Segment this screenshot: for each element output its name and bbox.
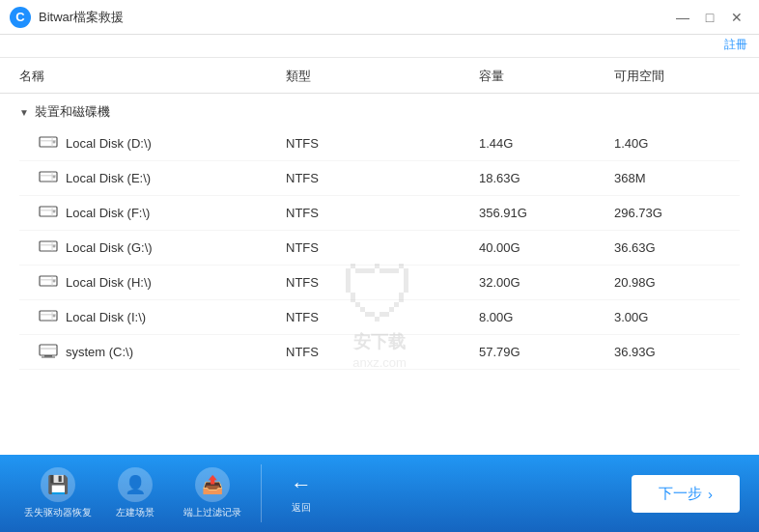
bottom-nav-item-1[interactable]: 👤 左建场景 <box>97 467 174 519</box>
disk-list: Local Disk (D:\) NTFS 1.44G 1.40G Local … <box>19 126 740 370</box>
disk-type: NTFS <box>286 206 479 220</box>
minimize-button[interactable]: — <box>670 5 695 30</box>
next-label: 下一步 <box>659 485 702 503</box>
next-arrow-icon: › <box>708 486 713 502</box>
table-row[interactable]: Local Disk (E:\) NTFS 18.63G 368M <box>19 161 740 196</box>
svg-point-7 <box>53 176 56 179</box>
disk-name-text: system (C:\) <box>66 345 133 359</box>
app-logo: C <box>10 7 31 28</box>
disk-drive-icon <box>39 204 58 222</box>
bottom-nav-icon-1: 👤 <box>118 467 153 502</box>
disk-type: NTFS <box>286 171 479 185</box>
table-row[interactable]: Local Disk (H:\) NTFS 32.00G 20.98G <box>19 266 740 300</box>
svg-rect-24 <box>40 345 57 355</box>
disk-name-text: Local Disk (D:\) <box>66 136 152 151</box>
table-body: ▼ 裝置和磁碟機 Local Disk (D:\) NTFS 1.44G 1.4… <box>0 94 759 455</box>
window-controls: — □ ✕ <box>670 5 749 30</box>
app-title: Bitwar檔案救援 <box>39 9 670 26</box>
col-name: 名稱 <box>19 68 286 85</box>
back-arrow-icon: ← <box>291 472 312 497</box>
disk-type: NTFS <box>286 275 479 290</box>
disk-name: Local Disk (H:\) <box>19 273 286 292</box>
disk-type: NTFS <box>286 345 479 359</box>
disk-drive-icon <box>39 134 58 153</box>
disk-capacity: 356.91G <box>479 206 614 220</box>
disk-name: Local Disk (I:\) <box>19 308 286 326</box>
disk-type: NTFS <box>286 310 479 324</box>
table-row[interactable]: Local Disk (F:\) NTFS 356.91G 296.73G <box>19 196 740 231</box>
disk-name: Local Disk (F:\) <box>19 204 286 222</box>
disk-drive-icon <box>39 273 58 292</box>
svg-rect-27 <box>42 357 55 358</box>
disk-name-text: Local Disk (E:\) <box>66 171 151 185</box>
col-capacity: 容量 <box>479 68 614 85</box>
bottom-nav-item-0[interactable]: 💾 丢失驱动器恢复 <box>19 467 97 519</box>
bottom-nav-item-2[interactable]: 📤 端上过滤记录 <box>174 467 251 519</box>
disk-freespace: 1.40G <box>614 136 740 151</box>
disk-capacity: 1.44G <box>479 136 614 151</box>
table-header: 名稱 類型 容量 可用空間 <box>0 58 759 94</box>
table-row[interactable]: Local Disk (G:\) NTFS 40.00G 36.63G <box>19 231 740 266</box>
svg-rect-26 <box>44 355 52 357</box>
col-freespace: 可用空間 <box>614 68 740 85</box>
disk-freespace: 296.73G <box>614 206 740 220</box>
svg-point-3 <box>53 141 56 144</box>
svg-point-23 <box>53 315 56 318</box>
disk-capacity: 57.79G <box>479 345 614 359</box>
disk-capacity: 18.63G <box>479 171 614 185</box>
disk-name-text: Local Disk (G:\) <box>66 240 153 255</box>
table-row[interactable]: Local Disk (D:\) NTFS 1.44G 1.40G <box>19 126 740 161</box>
svg-point-15 <box>53 245 56 248</box>
bottom-nav-label-1: 左建场景 <box>116 506 155 519</box>
next-button[interactable]: 下一步 › <box>632 475 740 513</box>
disk-type: NTFS <box>286 136 479 151</box>
bottom-nav-icon-0: 💾 <box>41 467 75 502</box>
disk-freespace: 20.98G <box>614 275 740 290</box>
disk-drive-icon <box>39 169 58 187</box>
disk-name-text: Local Disk (I:\) <box>66 310 146 324</box>
disk-name: Local Disk (G:\) <box>19 238 286 257</box>
disk-freespace: 368M <box>614 171 740 185</box>
category-row: ▼ 裝置和磁碟機 <box>19 94 740 126</box>
svg-point-19 <box>53 280 56 283</box>
bottom-bar: 💾 丢失驱动器恢复 👤 左建场景 📤 端上过滤记录 ← 返回 下一步 › <box>0 455 759 532</box>
table-row[interactable]: system (C:\) NTFS 57.79G 36.93G <box>19 335 740 370</box>
disk-name: Local Disk (D:\) <box>19 134 286 153</box>
disk-capacity: 8.00G <box>479 310 614 324</box>
disk-freespace: 3.00G <box>614 310 740 324</box>
disk-freespace: 36.63G <box>614 240 740 255</box>
back-label: 返回 <box>292 501 311 515</box>
bottom-nav-label-0: 丢失驱动器恢复 <box>24 506 92 519</box>
bottom-nav-icon-2: 📤 <box>195 467 230 502</box>
svg-rect-25 <box>40 348 57 350</box>
disk-type: NTFS <box>286 240 479 255</box>
maximize-button[interactable]: □ <box>697 5 722 30</box>
close-button[interactable]: ✕ <box>724 5 749 30</box>
disk-drive-icon <box>39 343 58 361</box>
disk-freespace: 36.93G <box>614 345 740 359</box>
disk-capacity: 40.00G <box>479 240 614 255</box>
disk-name: Local Disk (E:\) <box>19 169 286 187</box>
title-bar: C Bitwar檔案救援 — □ ✕ <box>0 0 759 35</box>
expand-icon: ▼ <box>19 107 29 118</box>
disk-drive-icon <box>39 308 58 326</box>
register-link[interactable]: 註冊 <box>724 37 747 53</box>
col-type: 類型 <box>286 68 479 85</box>
disk-drive-icon <box>39 238 58 257</box>
bottom-nav-label-2: 端上过滤记录 <box>183 506 241 519</box>
disk-name-text: Local Disk (F:\) <box>66 206 150 220</box>
disk-name: system (C:\) <box>19 343 286 361</box>
bottom-divider <box>261 464 262 522</box>
back-button[interactable]: ← 返回 <box>271 472 331 515</box>
disk-capacity: 32.00G <box>479 275 614 290</box>
disk-name-text: Local Disk (H:\) <box>66 275 152 290</box>
svg-point-11 <box>53 210 56 213</box>
category-label: 裝置和磁碟機 <box>35 103 110 121</box>
table-row[interactable]: Local Disk (I:\) NTFS 8.00G 3.00G <box>19 300 740 335</box>
main-content: 名稱 類型 容量 可用空間 ▼ 裝置和磁碟機 Local Disk (D:\) … <box>0 58 759 455</box>
bottom-nav: 💾 丢失驱动器恢复 👤 左建场景 📤 端上过滤记录 <box>19 467 251 519</box>
register-bar: 註冊 <box>0 35 759 58</box>
